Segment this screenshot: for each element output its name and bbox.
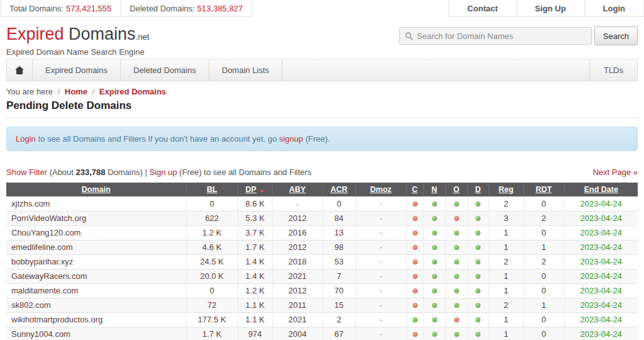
cell-c <box>406 254 423 269</box>
domain-link[interactable]: bobbyparihar.xyz <box>11 257 73 266</box>
logo-expired: Expired <box>6 25 64 43</box>
column-header-rdt[interactable]: RDT <box>536 185 552 194</box>
cell-n <box>423 254 445 269</box>
cell-o <box>445 312 467 327</box>
nav-home[interactable] <box>7 60 33 81</box>
home-icon <box>15 66 24 74</box>
cell-domain: xjtzhs.com <box>6 196 186 211</box>
status-dot-c <box>413 259 418 264</box>
cell-domain: sk802.com <box>6 298 186 312</box>
top-stats-bar: Total Domains: 573,421,555 Deleted Domai… <box>0 0 644 17</box>
column-header-n[interactable]: N <box>431 185 437 194</box>
cell-n <box>423 240 445 254</box>
cell-reg: 1 <box>489 327 523 340</box>
domain-link[interactable]: xjtzhs.com <box>11 199 50 208</box>
cell-o <box>445 327 467 340</box>
column-header-c[interactable]: C <box>412 185 418 194</box>
status-dot-d <box>475 303 480 308</box>
notice-suffix: (Free). <box>303 134 330 144</box>
filter-signup-link[interactable]: Sign up <box>149 167 177 177</box>
cell-dp: 1.7 K <box>238 240 272 254</box>
column-header-o[interactable]: O <box>453 185 460 194</box>
about-prefix: (About <box>47 167 76 177</box>
cell-domain: PornVideoWatch.org <box>6 211 186 225</box>
column-header-dmoz[interactable]: Dmoz <box>370 185 391 194</box>
search-box <box>399 27 592 45</box>
cell-acr: 98 <box>323 240 355 254</box>
breadcrumb-expired-domains[interactable]: Expired Domains <box>99 87 166 96</box>
about-suffix: Domains) | <box>106 167 150 177</box>
cell-c <box>406 283 423 298</box>
column-header-aby[interactable]: ABY <box>289 185 306 194</box>
status-dot-n <box>432 288 437 293</box>
cell-d <box>467 225 489 240</box>
status-dot-o <box>454 230 459 235</box>
status-dot-o <box>454 303 459 308</box>
table-row: malditamente.com 0 1.2 K 2012 70 - 1 0 2… <box>6 283 638 298</box>
site-tagline: Expired Domain Name Search Engine <box>6 47 638 57</box>
nav-domain-lists[interactable]: Domain Lists <box>209 60 282 81</box>
status-dot-c <box>413 303 418 308</box>
cell-dmoz: - <box>355 196 406 211</box>
cell-bl: 0 <box>186 283 238 298</box>
domain-link[interactable]: GatewayRacers.com <box>11 271 87 281</box>
cell-bl: 4.6 K <box>186 240 238 254</box>
logo-net: .net <box>136 32 150 42</box>
show-filter-link[interactable]: Show Filter <box>6 167 47 177</box>
notice-signup-link[interactable]: signup <box>279 134 303 144</box>
status-dot-d <box>475 317 480 322</box>
cell-acr: 84 <box>323 211 355 225</box>
cell-aby: 2011 <box>272 298 323 312</box>
cell-dmoz: - <box>355 283 406 298</box>
search-input[interactable] <box>417 31 586 41</box>
domain-link[interactable]: ChouYang120.com <box>11 228 80 237</box>
domain-link[interactable]: Sunny1004.com <box>11 329 70 339</box>
domain-link[interactable]: malditamente.com <box>11 286 78 295</box>
total-domains-label: Total Domains: <box>9 4 64 13</box>
cell-o <box>445 211 467 225</box>
login-link[interactable]: Login <box>585 0 644 17</box>
cell-d <box>467 211 489 225</box>
status-dot-c <box>413 201 418 207</box>
filter-suffix: (Free) to see all Domains and Filters <box>177 167 312 177</box>
cell-dp: 1.1 K <box>238 312 272 327</box>
cell-reg: 3 <box>489 211 523 225</box>
cell-rdt: 0 <box>523 283 564 298</box>
column-header-end_date[interactable]: End Date <box>584 185 618 194</box>
cell-rdt: 1 <box>523 298 564 312</box>
column-header-bl[interactable]: BL <box>207 185 218 194</box>
search-button[interactable]: Search <box>594 26 638 45</box>
cell-end-date: 2023-04-24 <box>564 196 638 211</box>
notice-login-link[interactable]: Login <box>16 134 36 144</box>
column-header-d[interactable]: D <box>475 185 480 194</box>
breadcrumb-prefix: You are here <box>6 87 53 96</box>
cell-dp: 1.2 K <box>238 283 272 298</box>
status-dot-o <box>454 201 459 207</box>
domain-link[interactable]: PornVideoWatch.org <box>11 213 86 223</box>
domain-link[interactable]: sk802.com <box>11 300 51 310</box>
column-header-domain[interactable]: Domain <box>82 185 111 194</box>
cell-rdt: 2 <box>523 211 564 225</box>
nav-expired-domains[interactable]: Expired Domains <box>33 60 121 81</box>
cell-end-date: 2023-04-24 <box>564 254 638 269</box>
contact-link[interactable]: Contact <box>448 0 516 17</box>
nav-tlds[interactable]: TLDs <box>589 60 637 81</box>
table-header-row: DomainBLDP▲ABYACRDmozCNODRegRDTEnd Date <box>6 183 638 196</box>
cell-domain: wikihotmartproductos.org <box>6 312 186 327</box>
domain-link[interactable]: emedlifeline.com <box>11 242 73 252</box>
cell-end-date: 2023-04-24 <box>564 240 638 254</box>
next-page-link[interactable]: Next Page » <box>592 167 638 177</box>
column-header-dp[interactable]: DP <box>245 185 256 194</box>
signup-link[interactable]: Sign Up <box>517 0 585 17</box>
cell-n <box>423 225 445 240</box>
table-row: wikihotmartproductos.org 177.5 K 1.1 K 2… <box>6 312 638 327</box>
cell-acr: 70 <box>323 283 355 298</box>
nav-deleted-domains[interactable]: Deleted Domains <box>121 60 209 81</box>
status-dot-c <box>413 245 418 250</box>
column-header-reg[interactable]: Reg <box>499 185 514 194</box>
domain-link[interactable]: wikihotmartproductos.org <box>11 315 103 324</box>
cell-domain: Sunny1004.com <box>6 327 186 340</box>
status-dot-o <box>454 216 459 221</box>
column-header-acr[interactable]: ACR <box>330 185 347 194</box>
breadcrumb-home[interactable]: Home <box>65 87 87 96</box>
